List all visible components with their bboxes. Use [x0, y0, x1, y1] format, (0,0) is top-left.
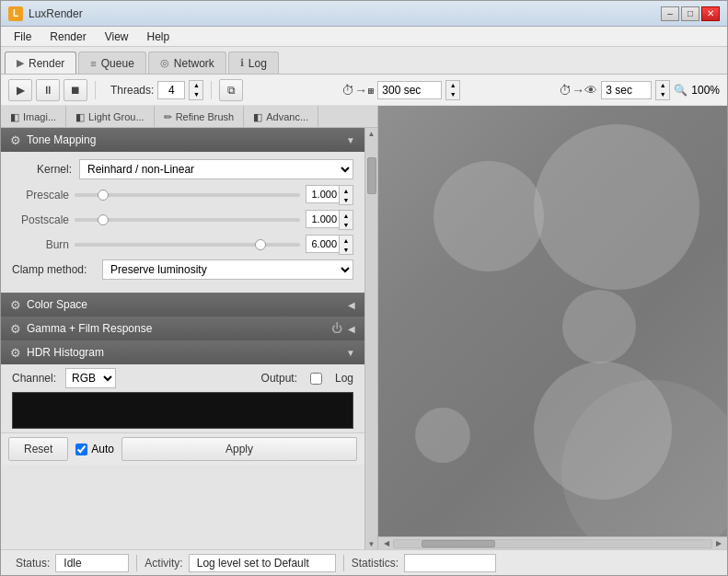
- timer-group-1: ⏱→▦ ▲ ▼: [341, 80, 460, 100]
- timer1-input[interactable]: [377, 81, 442, 99]
- timer1-spinner: ▲ ▼: [445, 80, 460, 100]
- play-button[interactable]: ▶: [8, 79, 32, 101]
- prescale-thumb[interactable]: [98, 190, 109, 201]
- gamma-film-title: Gamma + Film Response: [27, 322, 152, 335]
- threads-down[interactable]: ▼: [190, 90, 202, 99]
- prescale-spinner: ▲ ▼: [339, 185, 353, 205]
- stop-button[interactable]: ⏹: [64, 79, 87, 101]
- scroll-up-arrow[interactable]: ▲: [365, 128, 378, 139]
- prescale-down[interactable]: ▼: [340, 195, 352, 204]
- zoom-value: 100%: [691, 84, 720, 97]
- h-scroll-track[interactable]: [393, 539, 712, 548]
- timer2-down[interactable]: ▼: [656, 90, 669, 99]
- color-space-header[interactable]: ⚙ Color Space ◀: [1, 293, 364, 317]
- left-panel: ◧ Imagi... ◧ Light Grou... ✏ Refine Brus…: [1, 106, 378, 549]
- sub-tab-imagin-label: Imagi...: [23, 111, 56, 122]
- postscale-spinner: ▲ ▼: [339, 210, 353, 230]
- burn-thumb[interactable]: [255, 239, 266, 250]
- horizontal-scrollbar[interactable]: ◀ ▶: [378, 536, 727, 549]
- prescale-row: Prescale ▲ ▼: [12, 185, 353, 205]
- sub-tab-imagin[interactable]: ◧ Imagi...: [1, 106, 66, 128]
- tab-log[interactable]: ℹ Log: [228, 52, 279, 74]
- prescale-track[interactable]: [75, 193, 300, 197]
- kernel-select[interactable]: Reinhard / non-Linear Linear Contrast: [79, 159, 353, 179]
- sub-tab-refinebrush[interactable]: ✏ Refine Brush: [155, 106, 245, 128]
- burn-up[interactable]: ▲: [340, 236, 352, 245]
- window-title: LuxRender: [29, 7, 661, 20]
- scroll-right-arrow[interactable]: ▶: [712, 538, 725, 549]
- hdr-histogram-header[interactable]: ⚙ HDR Histogram ▼: [1, 340, 364, 364]
- postscale-input[interactable]: [306, 210, 339, 228]
- power-icon[interactable]: ⏻: [331, 322, 342, 335]
- maximize-button[interactable]: □: [681, 6, 699, 21]
- menu-render[interactable]: Render: [40, 29, 95, 45]
- postscale-up[interactable]: ▲: [340, 211, 352, 220]
- zoom-display: 🔍 100%: [674, 84, 720, 97]
- main-window: L LuxRender – □ ✕ File Render View Help …: [0, 0, 728, 576]
- hdr-histogram-arrow: ▼: [346, 348, 355, 358]
- clamp-select[interactable]: Preserve luminosity Cut Blend: [102, 259, 353, 280]
- burn-input-group: ▲ ▼: [306, 235, 353, 255]
- log-checkbox[interactable]: [310, 373, 322, 385]
- render-view: [378, 106, 727, 536]
- render-toolbar: ▶ ⏸ ⏹ Threads: ▲ ▼ ⧉ ⏱→▦ ▲ ▼ ⏱→👁: [1, 75, 727, 106]
- threads-input[interactable]: [157, 81, 185, 99]
- h-scroll-thumb[interactable]: [422, 540, 495, 547]
- timer2-icon: ⏱→👁: [559, 83, 597, 98]
- postscale-down[interactable]: ▼: [340, 220, 352, 229]
- burn-down[interactable]: ▼: [340, 245, 352, 254]
- prescale-up[interactable]: ▲: [340, 186, 352, 195]
- timer1-icon: ⏱→▦: [341, 83, 374, 98]
- burn-input[interactable]: [306, 235, 339, 253]
- menu-file[interactable]: File: [5, 29, 40, 45]
- auto-checkbox[interactable]: [75, 444, 87, 455]
- timer2-up[interactable]: ▲: [656, 81, 669, 90]
- advanced-icon: ◧: [253, 111, 262, 123]
- activity-label: Activity:: [144, 557, 182, 570]
- timer2-input[interactable]: [601, 81, 652, 99]
- menu-help[interactable]: Help: [138, 29, 179, 45]
- postscale-track[interactable]: [75, 218, 300, 222]
- queue-tab-icon: ≡: [90, 58, 96, 69]
- burn-track[interactable]: [75, 243, 300, 247]
- sub-tab-lightgroup-label: Light Grou...: [88, 111, 144, 122]
- menu-view[interactable]: View: [96, 29, 138, 45]
- pause-button[interactable]: ⏸: [36, 79, 60, 101]
- color-space-icon: ⚙: [10, 298, 21, 312]
- channel-select[interactable]: RGB R G B: [65, 368, 116, 388]
- timer1-down[interactable]: ▼: [446, 90, 459, 99]
- tab-queue[interactable]: ≡ Queue: [78, 52, 145, 74]
- tab-render[interactable]: ▶ Render: [5, 52, 76, 74]
- copy-icon: ⧉: [227, 84, 236, 97]
- histogram-display: [12, 392, 353, 429]
- threads-up[interactable]: ▲: [190, 81, 202, 90]
- sub-tab-lightgroup[interactable]: ◧ Light Grou...: [66, 106, 155, 128]
- reset-button[interactable]: Reset: [8, 437, 68, 461]
- lightgroup-icon: ◧: [75, 111, 85, 123]
- threads-spinner: ▲ ▼: [189, 80, 203, 100]
- gamma-film-header[interactable]: ⚙ Gamma + Film Response ⏻ ◀: [1, 317, 364, 340]
- sub-tab-advanced[interactable]: ◧ Advanc...: [244, 106, 318, 128]
- postscale-thumb[interactable]: [98, 214, 109, 225]
- copy-button[interactable]: ⧉: [219, 79, 243, 101]
- apply-button[interactable]: Apply: [121, 437, 357, 461]
- burn-spinner: ▲ ▼: [339, 235, 353, 255]
- play-icon: ▶: [17, 84, 25, 97]
- tab-network[interactable]: ◎ Network: [148, 52, 226, 74]
- auto-check-group: Auto: [75, 437, 114, 461]
- scroll-down-arrow[interactable]: ▼: [365, 538, 378, 549]
- status-section: Status: Idle: [8, 554, 136, 572]
- prescale-input[interactable]: [306, 185, 339, 203]
- tone-mapping-header[interactable]: ⚙ Tone Mapping ▼: [1, 128, 364, 152]
- minimize-button[interactable]: –: [661, 6, 679, 21]
- sub-tab-refinebrush-label: Refine Brush: [176, 111, 235, 122]
- activity-section: Activity: Log level set to Default: [137, 554, 342, 572]
- vertical-scrollbar[interactable]: ▲ ▼: [364, 128, 377, 549]
- render-tab-icon: ▶: [17, 57, 24, 69]
- scroll-thumb[interactable]: [367, 157, 376, 194]
- status-value: Idle: [55, 554, 129, 572]
- scroll-left-arrow[interactable]: ◀: [380, 538, 393, 549]
- close-button[interactable]: ✕: [701, 6, 720, 21]
- burn-row: Burn ▲ ▼: [12, 235, 353, 255]
- timer1-up[interactable]: ▲: [446, 81, 459, 90]
